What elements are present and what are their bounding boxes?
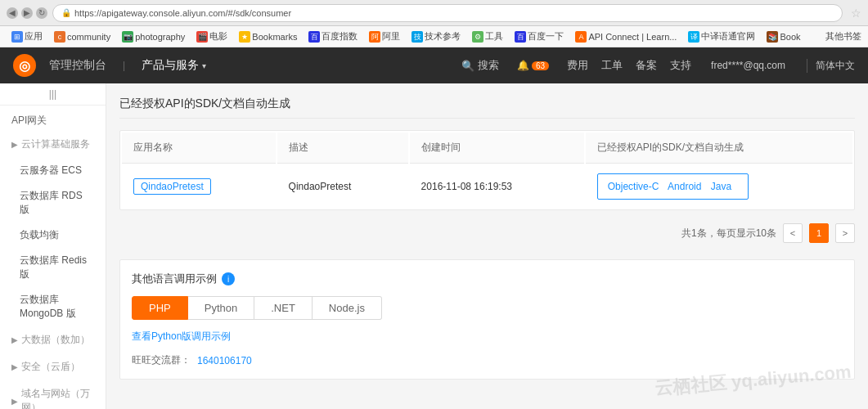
bookmark-apps[interactable]: ⊞ 应用 [7, 29, 47, 44]
photo-bookmark-icon: 📷 [122, 31, 133, 43]
nav-fee[interactable]: 费用 [567, 58, 588, 73]
cell-app-name: QindaoPretest [122, 165, 276, 208]
sidebar-collapse-bar[interactable]: ||| [0, 83, 106, 106]
api-connect-icon: A [575, 31, 587, 43]
bookmark-tools[interactable]: ⚙ 工具 [467, 29, 508, 44]
bookmark-star-icon[interactable]: ☆ [851, 7, 861, 20]
sidebar-item-rds[interactable]: 云数据库 RDS 版 [0, 183, 106, 222]
community-bookmark-icon: c [54, 31, 65, 43]
sdk-links-box: Objective-C Android Java [597, 173, 749, 200]
col-sdk-gen: 已经授权API的SDK/文档自动生成 [586, 133, 852, 164]
user-account[interactable]: fred****@qq.com [711, 60, 785, 71]
sidebar-item-domain[interactable]: ▶ 域名与网站（万网） [0, 380, 106, 409]
bookmark-photo-label: photography [135, 32, 185, 42]
api-network-label: API网关 [0, 106, 106, 131]
ali-icon: 阿 [369, 31, 380, 43]
bookmark-tech[interactable]: 技 技术参考 [407, 29, 465, 44]
domain-label: 域名与网站（万网） [21, 387, 94, 409]
pagination-total: 共1条，每页显示10条 [681, 227, 776, 240]
collapse-icon: ||| [49, 88, 56, 100]
content-area: 已经授权API的SDK/文档自动生成 应用名称 描述 创建时间 已经授权API的… [106, 83, 868, 409]
col-created-time: 创建时间 [410, 133, 584, 164]
tab-php[interactable]: PHP [132, 296, 188, 320]
search-label: 搜索 [478, 58, 499, 73]
cell-sdk-links: Objective-C Android Java [586, 165, 852, 208]
python-link[interactable]: 查看Python版调用示例 [132, 330, 843, 344]
bookmark-api-connect-label: API Connect | Learn... [588, 32, 677, 42]
pagination-next[interactable]: > [835, 223, 855, 243]
info-icon[interactable]: i [222, 272, 235, 285]
sidebar-item-slb[interactable]: 负载均衡 [0, 222, 106, 248]
trans-icon: 译 [688, 31, 699, 43]
tools-icon: ⚙ [472, 31, 483, 43]
bookmark-photo[interactable]: 📷 photography [117, 29, 190, 44]
search-button[interactable]: 🔍 搜索 [461, 58, 499, 73]
baidux-icon: 百 [515, 31, 526, 43]
sdk-link-android[interactable]: Android [668, 181, 701, 192]
main-layout: ||| API网关 ▶ 云计算基础服务 云服务器 ECS 云数据库 RDS 版 … [0, 83, 868, 409]
language-switcher[interactable]: 简体中文 [807, 59, 855, 73]
nav-record[interactable]: 备案 [636, 58, 657, 73]
nav-workbench[interactable]: 工单 [601, 58, 623, 73]
sidebar-item-ecs[interactable]: 云服务器 ECS [0, 158, 106, 183]
sdk-link-java[interactable]: Java [711, 181, 731, 192]
movie-bookmark-icon: 🎬 [196, 31, 208, 43]
bookmark-bookmarks[interactable]: ★ Bookmarks [234, 29, 302, 44]
pagination-page-1[interactable]: 1 [809, 223, 829, 243]
sidebar-item-bigdata[interactable]: ▶ 大数据（数加） [0, 326, 106, 353]
apps-bookmark-icon: ⊞ [11, 31, 23, 43]
wangwang-number[interactable]: 1640106170 [197, 355, 252, 366]
domain-expand-icon: ▶ [11, 397, 18, 406]
bookmark-baidu-search-label: 百度一下 [528, 30, 564, 43]
other-bookmarks-label[interactable]: 其他书签 [825, 30, 861, 43]
forward-button[interactable]: ▶ [21, 7, 33, 19]
console-title: 管理控制台 [49, 58, 106, 73]
sidebar-item-compute[interactable]: ▶ 云计算基础服务 [0, 131, 106, 158]
bookmark-tech-label: 技术参考 [425, 30, 461, 43]
bookmark-book[interactable]: 📚 Book [762, 29, 805, 44]
bigdata-expand-icon: ▶ [11, 335, 18, 344]
tab-nodejs[interactable]: Node.js [313, 296, 382, 320]
wangwang-section: 旺旺交流群： 1640106170 [132, 353, 843, 367]
security-expand-icon: ▶ [11, 362, 18, 371]
app-name-link[interactable]: QindaoPretest [133, 178, 211, 195]
bookmark-baidu-search[interactable]: 百 百度一下 [510, 29, 569, 44]
pagination-prev[interactable]: < [783, 223, 803, 243]
notification-bell[interactable]: 🔔 63 [517, 60, 549, 71]
bookmark-bookmarks-label: Bookmarks [252, 32, 297, 42]
sidebar-item-mongodb[interactable]: 云数据库 MongoDB 版 [0, 287, 106, 326]
sidebar-item-security[interactable]: ▶ 安全（云盾） [0, 353, 106, 380]
bookmark-ali[interactable]: 阿 阿里 [364, 29, 405, 44]
sidebar-section-domain: ▶ 域名与网站（万网） [0, 380, 106, 409]
bookmark-baidu-index[interactable]: 百 百度指数 [304, 29, 362, 44]
bell-icon: 🔔 [517, 60, 529, 71]
sidebar-section-compute: ▶ 云计算基础服务 [0, 131, 106, 158]
compute-label: 云计算基础服务 [21, 137, 90, 151]
products-menu[interactable]: 产品与服务 [142, 58, 206, 73]
sdk-gen-col-label: 已经授权API的SDK/文档自动生成 [597, 142, 744, 153]
tech-icon: 技 [412, 31, 423, 43]
bookmarks-bar: ⊞ 应用 c community 📷 photography 🎬 电影 ★ Bo… [0, 26, 868, 47]
sdk-link-objc[interactable]: Objective-C [608, 181, 659, 192]
sidebar-item-redis[interactable]: 云数据库 Redis 版 [0, 248, 106, 287]
refresh-button[interactable]: ↻ [36, 7, 47, 19]
bookmarks-bookmark-icon: ★ [239, 31, 250, 43]
lock-icon: 🔒 [61, 8, 71, 17]
search-icon: 🔍 [461, 60, 474, 72]
back-button[interactable]: ◀ [7, 7, 18, 19]
bookmark-movie[interactable]: 🎬 电影 [191, 29, 232, 44]
bookmark-ali-label: 阿里 [382, 30, 400, 43]
url-bar[interactable]: 🔒 https://apigateway.console.aliyun.com/… [52, 4, 843, 22]
tab-python[interactable]: Python [188, 296, 254, 320]
bookmark-trans[interactable]: 译 中译语通官网 [683, 29, 760, 44]
notification-badge: 63 [532, 61, 549, 70]
bookmark-community[interactable]: c community [49, 29, 115, 44]
bookmark-api-connect[interactable]: A API Connect | Learn... [570, 29, 681, 44]
bigdata-label: 大数据（数加） [21, 333, 90, 347]
nav-support[interactable]: 支持 [670, 58, 691, 73]
sidebar-section-security: ▶ 安全（云盾） [0, 353, 106, 380]
bookmark-tools-label: 工具 [485, 30, 503, 43]
tab-dotnet[interactable]: .NET [254, 296, 313, 320]
other-lang-title: 其他语言调用示例 i [132, 272, 843, 286]
table-row: QindaoPretest QindaoPretest 2016-11-08 1… [122, 165, 852, 208]
